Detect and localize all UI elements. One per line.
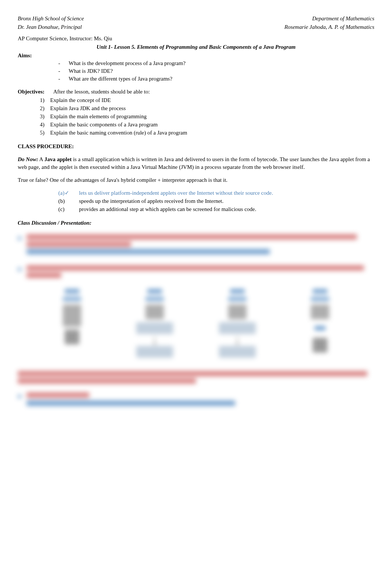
blurred-content-area [18, 234, 374, 408]
java-applet-bold: Java applet [44, 156, 72, 162]
process-diagram [32, 289, 360, 360]
true-false-question: True or false? One of the advantages of … [18, 176, 374, 184]
course-instructor-line: AP Computer Science, Instructor: Ms. Qiu [18, 35, 374, 42]
objectives-item: 2)Explain Java JDK and the process [40, 105, 374, 112]
do-now-intro: A [39, 156, 44, 162]
school-name: Bronx High School of Science [18, 15, 84, 23]
aims-label: Aims: [18, 52, 32, 58]
option-c-label: (c) [58, 205, 79, 213]
aims-item: What is JDK? IDE? [58, 67, 374, 75]
option-a: (a)✓ lets us deliver platform-independen… [58, 189, 374, 197]
objectives-item: 1)Explain the concept of IDE [40, 96, 374, 104]
option-c: (c) provides an additional step at which… [58, 205, 374, 213]
aims-item: What are the different types of Java pro… [58, 75, 374, 83]
class-discussion-heading: Class Discussion / Presentation: [18, 219, 374, 227]
bullet-icon [18, 237, 21, 240]
unit-title: Unit 1- Lesson 5. Elements of Programmin… [18, 43, 374, 51]
objectives-list: 1)Explain the concept of IDE 2)Explain J… [40, 96, 374, 137]
do-now-section: Do Now: A Java applet is a small applica… [18, 156, 374, 171]
option-b-label: (b) [58, 197, 79, 205]
option-b: (b) speeds up the interpretation of appl… [58, 197, 374, 205]
objectives-item: 4)Explain the basic components of a Java… [40, 121, 374, 129]
option-c-text: provides an additional step at which app… [79, 205, 256, 213]
bullet-icon [18, 268, 21, 271]
objectives-item: 3)Explain the main elements of programmi… [40, 113, 374, 120]
class-procedure-heading: CLASS PROCEDURE: [18, 143, 374, 150]
objectives-item: 5)Explain the basic naming convention (r… [40, 129, 374, 137]
ap-name: Rosemarie Jahoda, A. P. of Mathematics [284, 23, 374, 31]
do-now-label: Do Now: [18, 156, 38, 162]
options-list: (a)✓ lets us deliver platform-independen… [58, 189, 374, 213]
bullet-icon [18, 395, 21, 398]
aims-item: What is the development process of a Jav… [58, 59, 374, 67]
objectives-intro: After the lesson, students should be abl… [53, 89, 150, 95]
option-b-text: speeds up the interpretation of applets … [79, 197, 224, 205]
option-a-label: (a)✓ [58, 189, 79, 197]
objectives-label: Objectives: [18, 89, 44, 95]
department-name: Department of Mathematics [312, 15, 374, 23]
principal-name: Dr. Jean Donahue, Principal [18, 23, 82, 31]
option-a-text: lets us deliver platform-independent app… [79, 189, 273, 197]
aims-list: What is the development process of a Jav… [58, 59, 374, 83]
